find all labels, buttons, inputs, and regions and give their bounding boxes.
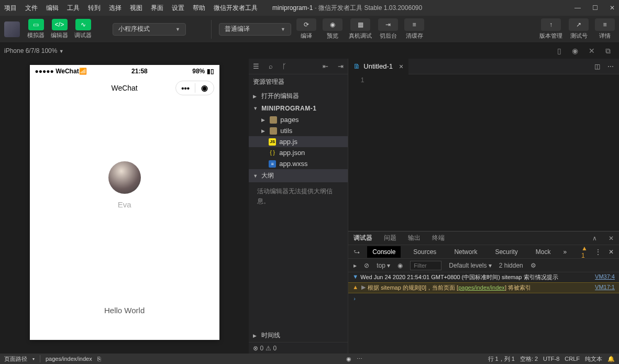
debugger-button[interactable]: ∿ xyxy=(75,19,91,30)
list-icon[interactable]: ☰ xyxy=(253,62,259,70)
menu-view[interactable]: 视图 xyxy=(130,4,142,13)
tab-network[interactable]: Network xyxy=(449,246,482,258)
console-filter-input[interactable] xyxy=(410,261,441,270)
panel-close-icon[interactable]: ✕ xyxy=(609,235,614,242)
file-appjs[interactable]: JSapp.js xyxy=(249,136,348,147)
clear-cache-button[interactable]: ≡ xyxy=(404,18,424,31)
simulator-button[interactable]: ▭ xyxy=(28,19,44,30)
capsule-button[interactable]: •••◉ xyxy=(175,81,214,95)
menu-settings[interactable]: 设置 xyxy=(172,4,184,13)
warnings-count[interactable]: ⚠ 0 xyxy=(266,345,277,352)
tab-sources[interactable]: Sources xyxy=(408,246,441,258)
chevron-right-icon[interactable]: » xyxy=(563,248,567,256)
log-source-link[interactable]: VM37:4 xyxy=(595,273,615,281)
chevron-up-icon[interactable]: ∧ xyxy=(592,235,597,242)
editor-button[interactable]: </> xyxy=(52,19,68,30)
device-selector[interactable]: iPhone 6/7/8 100% ▼ xyxy=(4,47,64,54)
mode-dropdown[interactable]: 小程序模式▼ xyxy=(113,23,186,36)
detail-button[interactable]: ≡ xyxy=(595,18,615,31)
devtools-pane: 调试器 问题 输出 终端 ∧ ✕ ⮑ Console Sources Netwo… xyxy=(348,231,619,354)
compile-mode-dropdown[interactable]: 普通编译▼ xyxy=(219,23,291,36)
menu-help[interactable]: 帮助 xyxy=(193,4,205,13)
tab-output[interactable]: 输出 xyxy=(408,234,421,242)
outline-section[interactable]: ▼大纲 xyxy=(249,169,348,182)
context-dropdown[interactable]: top ▾ xyxy=(377,262,390,269)
page-path-value[interactable]: pages/index/index xyxy=(46,356,92,362)
tab-close-icon[interactable]: × xyxy=(399,62,403,71)
background-button[interactable]: ⇥ xyxy=(378,18,398,31)
eye-status-icon[interactable]: ◉ xyxy=(346,356,351,362)
menu-project[interactable]: 项目 xyxy=(4,4,17,13)
indentation[interactable]: 空格: 2 xyxy=(520,355,538,363)
eye-icon[interactable]: ◉ xyxy=(397,262,403,269)
tab-problems[interactable]: 问题 xyxy=(384,234,396,242)
split-editor-icon[interactable]: ◫ xyxy=(594,63,600,70)
console-prompt[interactable]: › xyxy=(348,293,619,304)
menu-goto[interactable]: 转到 xyxy=(88,4,101,13)
editor-pane: 🗎 Untitled-1 × ◫ ⋯ 1 调试器 问题 输出 终端 ∧ ✕ xyxy=(348,59,619,354)
project-section[interactable]: ▼MINIPROGRAM-1 xyxy=(249,103,348,114)
inspect-icon[interactable]: ⮑ xyxy=(353,248,360,256)
levels-dropdown[interactable]: Default levels ▾ xyxy=(449,262,491,269)
tab-security[interactable]: Security xyxy=(490,246,523,258)
device-portrait-icon[interactable]: ▯ xyxy=(557,47,561,56)
export-icon[interactable]: ⇥ xyxy=(338,62,344,70)
tab-terminal[interactable]: 终端 xyxy=(432,234,445,242)
device-record-icon[interactable]: ◉ xyxy=(572,47,578,56)
cursor-pos[interactable]: 行 1，列 1 xyxy=(488,355,515,363)
preview-button[interactable]: ◉ xyxy=(323,18,342,31)
branch-icon[interactable]: ᚴ xyxy=(282,62,286,70)
kebab-icon[interactable]: ⋮ xyxy=(595,248,601,256)
user-avatar-small[interactable] xyxy=(4,21,20,37)
device-mute-icon[interactable]: ✕ xyxy=(589,47,595,56)
encoding[interactable]: UTF-8 xyxy=(543,356,559,362)
bell-icon[interactable]: 🔔 xyxy=(607,356,615,362)
devtools-close-icon[interactable]: ✕ xyxy=(609,248,614,256)
editor-body[interactable]: 1 xyxy=(348,74,619,231)
device-popout-icon[interactable]: ⧉ xyxy=(605,47,611,56)
import-icon[interactable]: ⇤ xyxy=(323,62,328,70)
hidden-count[interactable]: 2 hidden xyxy=(499,262,523,269)
testid-button[interactable]: ↗ xyxy=(569,18,589,31)
menu-tools[interactable]: 工具 xyxy=(67,4,80,13)
search-icon[interactable]: ⌕ xyxy=(269,62,273,70)
menu-dots-icon[interactable]: ••• xyxy=(181,84,190,93)
log-source-link[interactable]: VM17:1 xyxy=(595,284,615,292)
errors-count[interactable]: ⊗ 0 xyxy=(253,345,263,352)
eol[interactable]: CRLF xyxy=(565,356,580,362)
menu-edit[interactable]: 编辑 xyxy=(46,4,59,13)
tab-console[interactable]: Console xyxy=(367,246,401,258)
toggle-sidebar-icon[interactable]: ▸ xyxy=(353,262,357,269)
statusbar: 页面路径▾ pages/index/index ⎘ ◉ ⋯ 行 1，列 1 空格… xyxy=(0,354,619,364)
page-link[interactable]: pages/index/index xyxy=(458,284,505,291)
editor-tab-untitled[interactable]: 🗎 Untitled-1 × xyxy=(348,59,408,74)
gear-icon[interactable]: ⚙ xyxy=(530,262,536,269)
more-status-icon[interactable]: ⋯ xyxy=(357,356,362,362)
user-avatar[interactable] xyxy=(108,161,141,194)
copy-icon[interactable]: ⎘ xyxy=(97,356,101,362)
folder-pages[interactable]: ▶pages xyxy=(249,114,348,125)
file-appjson[interactable]: { }app.json xyxy=(249,147,348,158)
console-log[interactable]: ▼ Wed Jun 24 2020 21:54:01 GMT+0800 (中国标… xyxy=(348,272,619,354)
open-editors-section[interactable]: ▶打开的编辑器 xyxy=(249,90,348,103)
timeline-section[interactable]: ▶时间线 xyxy=(249,329,348,342)
tab-mock[interactable]: Mock xyxy=(530,246,556,258)
clear-console-icon[interactable]: ⊘ xyxy=(364,262,369,269)
folder-utils[interactable]: ▶utils xyxy=(249,125,348,136)
language-mode[interactable]: 纯文本 xyxy=(585,355,602,363)
file-appwxss[interactable]: ≡app.wxss xyxy=(249,158,348,169)
more-icon[interactable]: ⋯ xyxy=(607,63,614,70)
target-icon[interactable]: ◉ xyxy=(201,83,208,93)
menu-file[interactable]: 文件 xyxy=(25,4,38,13)
compile-button[interactable]: ⟳ xyxy=(296,18,316,31)
menu-devtool[interactable]: 微信开发者工具 xyxy=(214,4,258,13)
version-button[interactable]: ↑ xyxy=(541,18,561,31)
tab-debugger[interactable]: 调试器 xyxy=(353,234,372,242)
minimize-icon[interactable]: — xyxy=(574,4,581,12)
menu-select[interactable]: 选择 xyxy=(109,4,121,13)
maximize-icon[interactable]: ☐ xyxy=(592,4,598,12)
close-icon[interactable]: ✕ xyxy=(610,4,615,12)
menu-interface[interactable]: 界面 xyxy=(151,4,163,13)
warning-badge[interactable]: ▲ 1 xyxy=(581,245,588,259)
remote-debug-button[interactable]: ▦ xyxy=(350,18,370,31)
